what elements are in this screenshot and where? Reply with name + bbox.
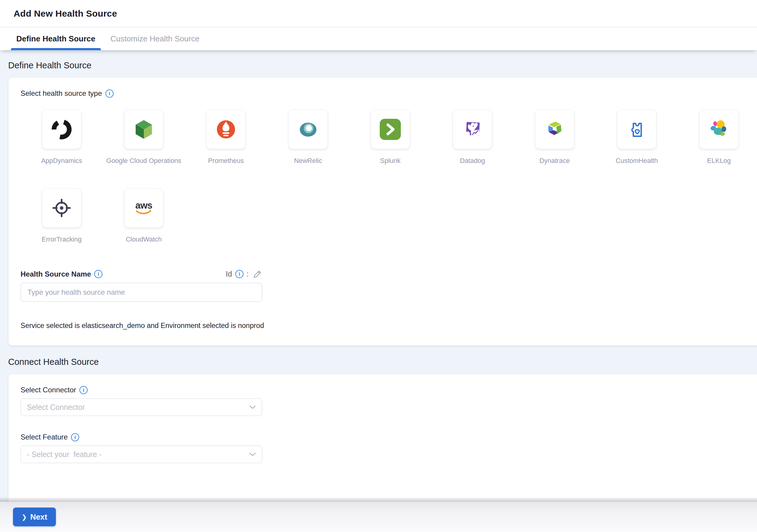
id-label: Id (226, 269, 232, 278)
next-button[interactable]: ❯ Next (13, 508, 56, 526)
drawer-content: Define Health Source Select health sourc… (0, 50, 757, 519)
info-icon[interactable] (71, 433, 79, 441)
source-row: ErrorTracking aws CloudWatch (20, 188, 749, 243)
customhealth-icon (625, 118, 649, 141)
health-source-name-label: Health Source Name (20, 270, 91, 278)
select-source-type-label-row: Select health source type (20, 89, 749, 98)
chevron-down-icon (249, 453, 256, 456)
health-source-name-label-row: Health Source Name (20, 270, 103, 278)
tab-customize-health-source[interactable]: Customize Health Source (105, 27, 205, 50)
datadog-icon (461, 118, 484, 141)
info-icon[interactable] (106, 89, 113, 98)
cloudwatch-icon: aws (132, 196, 156, 220)
source-item-newrelic: NewRelic (267, 110, 349, 165)
source-type-label: Splunk (380, 157, 400, 165)
source-type-card-newrelic[interactable] (288, 110, 328, 149)
svg-text:aws: aws (135, 200, 152, 211)
source-item-splunk: Splunk (349, 110, 431, 165)
feature-select-placeholder: - Select your feature - (27, 450, 102, 459)
add-health-source-page: Add New Health Source Define Health Sour… (0, 0, 757, 532)
source-type-label: CustomHealth (616, 157, 658, 165)
source-type-card-appdynamics[interactable] (42, 110, 81, 149)
tab-label: Define Health Source (16, 34, 96, 44)
select-feature-label-row: Select Feature (20, 433, 749, 441)
errortracking-icon (50, 196, 74, 220)
source-type-label: ErrorTracking (42, 235, 81, 243)
chevron-right-icon: ❯ (22, 514, 27, 520)
splunk-icon (378, 118, 402, 141)
tab-label: Customize Health Source (110, 34, 200, 44)
source-type-label: Prometheus (208, 157, 244, 165)
connector-select[interactable]: Select Connector (20, 398, 262, 416)
info-icon[interactable] (79, 386, 88, 394)
select-connector-label-row: Select Connector (20, 386, 749, 394)
connect-section-heading: Connect Health Source (8, 357, 757, 367)
source-type-label: CloudWatch (126, 235, 162, 243)
elklog-icon (707, 118, 731, 141)
define-health-source-card: Select health source type AppDynamics Go… (9, 78, 757, 346)
footer-bar: ❯ Next (0, 502, 757, 532)
newrelic-icon (296, 118, 320, 141)
feature-select[interactable]: - Select your feature - (20, 446, 262, 463)
source-type-label: ELKLog (707, 157, 731, 165)
page-header: Add New Health Source (0, 0, 757, 27)
source-type-card-cloudwatch[interactable]: aws (124, 188, 164, 228)
source-type-label: NewRelic (294, 157, 322, 165)
source-item-customhealth: CustomHealth (596, 110, 678, 165)
next-button-label: Next (30, 512, 47, 522)
tab-bar: Define Health Source Customize Health So… (0, 27, 757, 50)
dynatrace-icon (543, 118, 566, 141)
info-icon[interactable] (235, 270, 243, 278)
info-icon[interactable] (94, 270, 103, 278)
health-source-name-input[interactable] (20, 283, 262, 302)
source-type-card-datadog[interactable] (453, 110, 492, 149)
source-type-card-prometheus[interactable] (206, 110, 246, 149)
appdynamics-icon (50, 118, 74, 141)
source-item-dynatrace: Dynatrace (514, 110, 596, 165)
source-item-prometheus: Prometheus (185, 110, 267, 165)
source-type-card-customhealth[interactable] (617, 110, 656, 149)
select-source-type-label: Select health source type (20, 89, 102, 98)
tab-define-health-source[interactable]: Define Health Source (11, 27, 101, 50)
source-type-card-splunk[interactable] (371, 110, 410, 149)
prometheus-icon (214, 118, 238, 141)
id-separator: : (247, 269, 249, 278)
source-item-errortracking: ErrorTracking (20, 188, 103, 243)
source-type-card-google-cloud-operations[interactable] (124, 110, 164, 149)
connector-select-placeholder: Select Connector (27, 403, 85, 412)
service-environment-note: Service selected is elasticsearch_demo a… (20, 322, 749, 330)
source-item-elklog: ELKLog (678, 110, 757, 165)
define-section-heading: Define Health Source (8, 60, 757, 71)
health-source-type-grid: AppDynamics Google Cloud Operations Prom… (20, 110, 749, 243)
source-item-appdynamics: AppDynamics (20, 110, 103, 165)
source-type-card-dynatrace[interactable] (535, 110, 574, 149)
select-connector-label: Select Connector (20, 386, 76, 394)
page-title: Add New Health Source (14, 9, 117, 19)
source-type-label: AppDynamics (41, 157, 82, 165)
source-type-label: Dynatrace (539, 157, 570, 165)
source-type-card-errortracking[interactable] (42, 188, 81, 228)
source-type-label: Google Cloud Operations (106, 157, 181, 165)
source-type-label: Datadog (460, 157, 485, 165)
health-source-name-row: Health Source Name Id : (20, 269, 262, 279)
source-row: AppDynamics Google Cloud Operations Prom… (20, 110, 749, 165)
select-feature-label: Select Feature (20, 433, 68, 441)
chevron-down-icon (249, 405, 256, 409)
source-item-google-cloud-operations: Google Cloud Operations (103, 110, 185, 165)
edit-id-pencil-icon[interactable] (253, 269, 262, 279)
source-type-card-elklog[interactable] (699, 110, 739, 149)
source-item-cloudwatch: aws CloudWatch (103, 188, 185, 243)
source-item-datadog: Datadog (431, 110, 514, 165)
google-cloud-operations-icon (132, 118, 156, 141)
id-group: Id : (226, 269, 262, 279)
